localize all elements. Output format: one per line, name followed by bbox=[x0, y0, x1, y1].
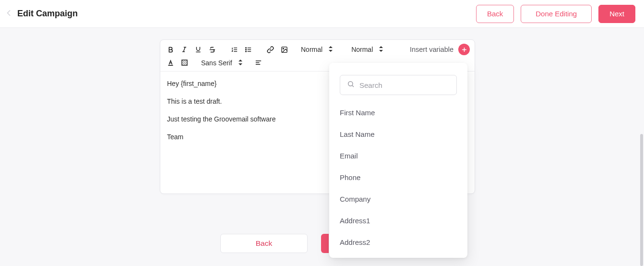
sort-icon bbox=[328, 46, 333, 53]
variable-item-last-name[interactable]: Last Name bbox=[340, 123, 457, 145]
underline-icon[interactable] bbox=[193, 44, 203, 55]
back-chevron-icon[interactable] bbox=[4, 8, 13, 20]
svg-point-12 bbox=[245, 49, 246, 50]
insert-variable-label: Insert variable bbox=[410, 46, 453, 53]
page-title: Edit Campaign bbox=[17, 9, 78, 19]
variable-item-email[interactable]: Email bbox=[340, 145, 457, 167]
background-color-icon[interactable] bbox=[179, 58, 190, 68]
variable-item-address1[interactable]: Address1 bbox=[340, 210, 457, 231]
done-editing-button[interactable]: Done Editing bbox=[521, 5, 592, 23]
back-button[interactable]: Back bbox=[476, 5, 514, 23]
svg-point-13 bbox=[245, 51, 246, 52]
bottom-actions: Back bbox=[220, 234, 329, 253]
search-input[interactable] bbox=[359, 81, 451, 89]
svg-marker-17 bbox=[329, 50, 333, 52]
ordered-list-icon[interactable] bbox=[229, 44, 239, 55]
image-icon[interactable] bbox=[279, 44, 289, 55]
sort-icon bbox=[379, 46, 383, 53]
sort-icon bbox=[238, 59, 243, 67]
font-family-select[interactable]: Sans Serif bbox=[201, 59, 243, 67]
align-icon[interactable] bbox=[253, 58, 264, 68]
top-bar: Edit Campaign Back Done Editing Next bbox=[0, 0, 644, 28]
svg-marker-25 bbox=[239, 60, 242, 61]
variable-item-address2[interactable]: Address2 bbox=[340, 231, 457, 253]
svg-marker-18 bbox=[379, 46, 383, 48]
variable-item-company[interactable]: Company bbox=[340, 188, 457, 210]
link-icon[interactable] bbox=[265, 44, 275, 55]
font-family-label: Sans Serif bbox=[201, 59, 232, 67]
variable-item-phone[interactable]: Phone bbox=[340, 167, 457, 188]
svg-point-11 bbox=[245, 47, 246, 48]
bullet-list-icon[interactable] bbox=[243, 44, 253, 55]
heading-select[interactable]: Normal bbox=[351, 46, 383, 53]
strikethrough-icon[interactable] bbox=[207, 44, 217, 55]
variable-item-first-name[interactable]: First Name bbox=[340, 102, 457, 123]
svg-point-15 bbox=[283, 48, 284, 49]
svg-point-30 bbox=[348, 82, 353, 86]
scrollbar[interactable] bbox=[640, 134, 643, 266]
svg-line-2 bbox=[183, 47, 185, 51]
italic-icon[interactable] bbox=[179, 44, 190, 55]
insert-variable-dropdown: First Name Last Name Email Phone Company… bbox=[329, 63, 467, 258]
text-color-icon[interactable] bbox=[165, 58, 176, 68]
size-select-label: Normal bbox=[301, 46, 322, 53]
heading-select-label: Normal bbox=[351, 46, 373, 53]
svg-line-31 bbox=[352, 85, 354, 87]
bottom-next-fragment[interactable] bbox=[321, 234, 329, 253]
svg-marker-19 bbox=[379, 50, 383, 52]
insert-variable-button[interactable] bbox=[458, 44, 470, 55]
svg-marker-26 bbox=[239, 63, 242, 65]
size-select[interactable]: Normal bbox=[301, 46, 333, 53]
bold-icon[interactable] bbox=[165, 44, 176, 55]
search-icon bbox=[347, 80, 355, 90]
bottom-back-button[interactable]: Back bbox=[220, 234, 308, 253]
svg-marker-16 bbox=[329, 46, 333, 48]
next-button[interactable]: Next bbox=[598, 5, 635, 23]
search-box[interactable] bbox=[340, 75, 457, 95]
